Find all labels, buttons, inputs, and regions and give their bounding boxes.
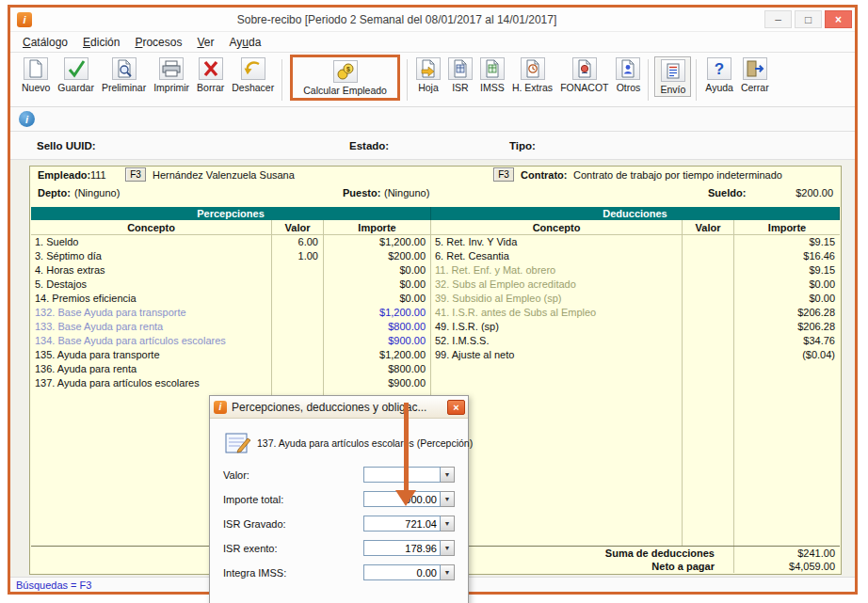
toolbar-button-imss[interactable]: IMSS — [477, 57, 507, 93]
menu-item-catalogo[interactable]: Catálogo — [15, 34, 75, 51]
toolbar-button-deshacer[interactable]: Deshacer — [229, 57, 277, 93]
sheet-arrow-icon — [416, 57, 441, 80]
percepcion-importe: $1,200.00 — [324, 348, 431, 362]
percepcion-valor — [272, 334, 324, 348]
dialog-title-bar[interactable]: i Percepciones, deducciones y obligac...… — [210, 396, 468, 419]
detail-dialog: i Percepciones, deducciones y obligac...… — [209, 395, 469, 603]
dialog-field-integra-imss: Integra IMSS:▼ — [223, 564, 455, 580]
payroll-row[interactable]: 137. Ayuda para artículos escolares$900.… — [31, 376, 840, 390]
payroll-row[interactable]: 5. Destajos$0.0032. Subs al Empleo acred… — [31, 278, 840, 292]
field-label: ISR Gravado: — [223, 518, 363, 530]
menu-item-edicion[interactable]: Edición — [75, 34, 127, 51]
toolbar-label: Ayuda — [705, 82, 733, 93]
deduccion-valor — [683, 320, 734, 334]
window-title: Sobre-recibo [Periodo 2 Semanal del 08/0… — [32, 13, 762, 26]
toolbar-label: IMSS — [480, 82, 505, 93]
deduccion-valor — [683, 362, 734, 376]
deduccion-concepto: 52. I.M.S.S. — [431, 334, 683, 348]
spinner-dropdown-button[interactable]: ▼ — [441, 564, 455, 580]
payroll-row[interactable]: 134. Base Ayuda para artículos escolares… — [31, 334, 840, 348]
percepcion-importe: $0.00 — [324, 292, 431, 306]
contrato-f3-button[interactable]: F3 — [493, 167, 514, 182]
toolbar-button-otros[interactable]: Otros — [613, 57, 643, 93]
integra-imss-input[interactable] — [363, 564, 441, 580]
isr-gravado-input[interactable] — [363, 516, 441, 532]
neto-a-pagar-value: $4,059.00 — [734, 560, 840, 573]
column-header-valor: Valor — [272, 220, 324, 234]
deduccion-concepto: 99. Ajuste al neto — [431, 348, 683, 362]
toolbar-label: Hoja — [418, 82, 439, 93]
toolbar-button-calcular-empleado[interactable]: $Calcular Empleado — [300, 60, 390, 96]
percepcion-concepto: 137. Ayuda para artículos escolares — [31, 376, 272, 390]
window-controls: – □ × — [762, 10, 852, 28]
deduccion-valor — [683, 376, 734, 390]
deduccion-concepto: 41. I.S.R. antes de Subs al Empleo — [431, 306, 683, 320]
others-person-icon — [616, 57, 640, 80]
toolbar-button-fonacot[interactable]: FONACOT — [557, 57, 611, 93]
percepcion-valor — [272, 278, 324, 292]
field-label: Importe total: — [223, 494, 363, 505]
info-icon[interactable]: i — [19, 111, 35, 127]
payroll-row[interactable]: 14. Premios eficiencia$0.0039. Subsidio … — [31, 292, 840, 306]
annotation-highlight-box: $Calcular Empleado — [290, 55, 400, 101]
spinner-dropdown-button[interactable]: ▼ — [441, 467, 455, 483]
toolbar-button-h-extras[interactable]: H. Extras — [509, 57, 555, 93]
minimize-button[interactable]: – — [764, 10, 792, 28]
toolbar-button-ayuda[interactable]: ?Ayuda — [702, 57, 736, 93]
depto-value: (Ninguno) — [74, 187, 120, 198]
payroll-row[interactable]: 133. Base Ayuda para renta$800.0049. I.S… — [31, 320, 840, 334]
menu-bar: CatálogoEdiciónProcesosVerAyuda — [10, 32, 855, 53]
toolbar-label: Deshacer — [232, 82, 274, 93]
toolbar-button-isr[interactable]: ISR — [445, 57, 475, 93]
isr-table-icon — [448, 57, 473, 80]
deduccion-valor — [683, 306, 734, 320]
deduccion-importe: $16.46 — [734, 249, 840, 263]
percepcion-valor: 1.00 — [272, 249, 324, 263]
table-section-headers: Percepciones Deducciones — [31, 207, 840, 220]
percepcion-concepto: 132. Base Ayuda para transporte — [31, 306, 272, 320]
puesto-value: (Ninguno) — [384, 187, 429, 198]
empleado-f3-button[interactable]: F3 — [125, 167, 146, 182]
toolbar-button-preliminar[interactable]: Preliminar — [99, 57, 149, 93]
payroll-row[interactable]: 4. Horas extras$0.0011. Ret. Enf. y Mat.… — [31, 263, 840, 278]
spinner-dropdown-button[interactable]: ▼ — [441, 540, 455, 556]
toolbar-button-imprimir[interactable]: Imprimir — [151, 57, 192, 93]
spinner-dropdown-button[interactable]: ▼ — [441, 491, 455, 507]
menu-item-ayuda[interactable]: Ayuda — [221, 34, 268, 51]
payroll-row[interactable]: 136. Ayuda para renta$800.00 — [31, 362, 840, 376]
payroll-row[interactable]: 132. Base Ayuda para transporte$1,200.00… — [31, 306, 840, 320]
info-bar: i — [10, 107, 855, 132]
dialog-close-button[interactable]: × — [447, 400, 465, 415]
valor-input[interactable] — [363, 467, 441, 483]
toolbar-label: Nuevo — [22, 82, 50, 93]
payroll-row[interactable]: 135. Ayuda para transporte$1,200.0099. A… — [31, 348, 840, 362]
column-header-concepto: Concepto — [431, 220, 683, 234]
print-preview-icon — [112, 57, 137, 80]
maximize-button[interactable]: □ — [795, 10, 822, 28]
estado-label: Estado: — [349, 140, 389, 151]
deduccion-valor — [683, 235, 734, 249]
dialog-title: Percepciones, deducciones y obligac... — [227, 401, 447, 414]
toolbar-separator — [407, 59, 409, 101]
menu-item-procesos[interactable]: Procesos — [127, 34, 189, 51]
sello-uuid-label: Sello UUID: — [37, 140, 96, 151]
payroll-row[interactable]: 3. Séptimo día1.00$200.006. Ret. Cesanti… — [31, 249, 840, 263]
toolbar-button-cerrar[interactable]: Cerrar — [738, 57, 772, 93]
toolbar-button-hoja[interactable]: Hoja — [413, 57, 443, 93]
isr-exento-input[interactable] — [363, 540, 441, 556]
toolbar-button-nuevo[interactable]: Nuevo — [19, 57, 53, 93]
toolbar-button-borrar[interactable]: Borrar — [194, 57, 227, 93]
menu-item-ver[interactable]: Ver — [189, 34, 221, 51]
toolbar-button-envio[interactable]: Envío — [654, 56, 691, 97]
exit-door-icon — [743, 57, 767, 80]
percepcion-importe: $900.00 — [324, 334, 431, 348]
toolbar-button-guardar[interactable]: Guardar — [55, 57, 97, 93]
close-button[interactable]: × — [825, 10, 852, 28]
calculate-coins-icon: $ — [333, 60, 358, 83]
spinner-dropdown-button[interactable]: ▼ — [441, 516, 455, 532]
column-header-importe: Importe — [734, 220, 840, 234]
column-header-concepto: Concepto — [31, 220, 272, 234]
fonacot-doc-icon — [572, 57, 597, 80]
payroll-row[interactable]: 1. Sueldo6.00$1,200.005. Ret. Inv. Y Vid… — [31, 235, 840, 249]
toolbar-label: Calcular Empleado — [303, 85, 387, 96]
